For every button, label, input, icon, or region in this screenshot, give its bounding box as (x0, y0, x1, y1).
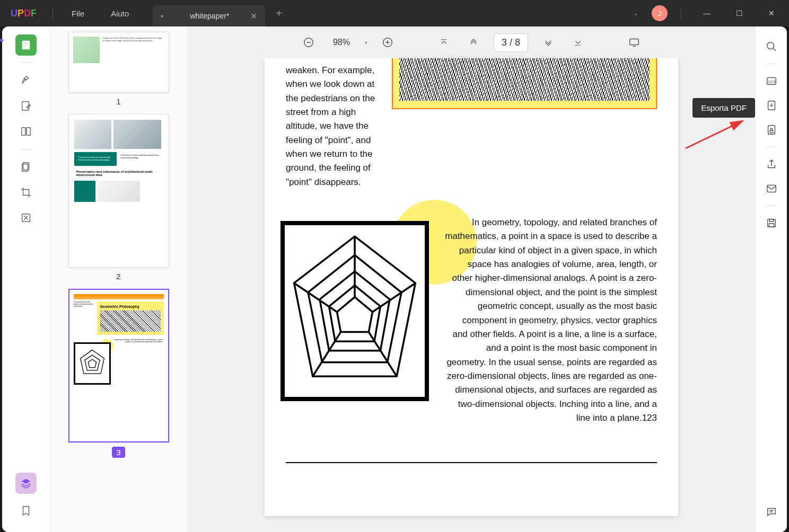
left-toolbar (2, 26, 50, 532)
right-toolbar: OCR (755, 26, 787, 532)
thumbnail-page: The specific point of the image can be e… (68, 289, 169, 442)
document-tab[interactable]: ▾ whitepaper* ✕ (153, 5, 265, 26)
export-pdf-button[interactable] (762, 96, 781, 115)
tab-dropdown-icon[interactable]: ▾ (161, 13, 163, 19)
thumbnail-1[interactable]: images are fused. The third area is supp… (50, 32, 187, 106)
svg-rect-1 (23, 42, 28, 43)
next-page-button[interactable] (539, 33, 558, 52)
bookmark-icon (20, 505, 32, 517)
titlebar-dropdown-icon[interactable]: ⌄ (628, 7, 644, 20)
search-button[interactable] (762, 37, 781, 56)
last-page-button[interactable] (568, 33, 588, 52)
separator (21, 63, 31, 63)
svg-rect-33 (769, 219, 773, 222)
thumbnail-page: images are fused. The third area is supp… (68, 32, 169, 93)
highlight-tool-button[interactable] (15, 70, 37, 91)
svg-point-24 (767, 42, 774, 49)
svg-rect-3 (23, 46, 27, 47)
divider (52, 8, 53, 19)
crop-icon (20, 187, 32, 198)
view-toolbar: 98% ▾ 3 / 8 (188, 26, 755, 58)
chevron-bottom-icon (573, 38, 583, 47)
export-pdf-tooltip: Esporta PDF (692, 98, 755, 118)
thumbnail-label: 1 (116, 97, 120, 106)
svg-rect-30 (770, 130, 773, 133)
plus-circle-icon (382, 37, 393, 48)
close-button[interactable]: ✕ (759, 5, 784, 21)
thumbnail-3[interactable]: The specific point of the image can be e… (50, 289, 187, 458)
search-icon (766, 41, 777, 52)
svg-rect-34 (769, 224, 774, 227)
document-page: weaken. For example, when we look down a… (265, 58, 678, 516)
thumbnail-2[interactable]: The practical results show that through … (50, 114, 187, 281)
geometric-image (280, 221, 429, 401)
page-divider (286, 462, 657, 463)
organize-pages-button[interactable] (15, 156, 37, 178)
share-icon (766, 158, 777, 170)
main-area: images are fused. The third area is supp… (2, 26, 787, 532)
redact-tool-button[interactable] (15, 207, 37, 228)
share-button[interactable] (762, 155, 781, 174)
separator (766, 206, 777, 206)
menu-help[interactable]: Aiuto (98, 9, 142, 18)
chevron-down-icon (543, 38, 553, 47)
ocr-button[interactable]: OCR (762, 72, 781, 91)
right-paragraph: In geometry, topology, and related branc… (445, 210, 657, 425)
zoom-dropdown-icon[interactable]: ▾ (365, 40, 367, 46)
zoom-in-button[interactable] (378, 33, 397, 52)
compare-tool-button[interactable] (15, 121, 37, 142)
pages-icon (20, 161, 32, 173)
save-icon (766, 217, 777, 229)
svg-line-25 (773, 48, 776, 51)
comments-button[interactable] (762, 502, 781, 521)
menu-file[interactable]: File (58, 9, 98, 18)
hero-image (399, 58, 650, 101)
comment-icon (766, 506, 777, 518)
app-logo: UPDF (0, 8, 47, 19)
first-page-button[interactable] (434, 33, 453, 52)
maximize-button[interactable]: ☐ (727, 5, 751, 21)
svg-text:OCR: OCR (768, 79, 776, 84)
minimize-button[interactable]: — (695, 5, 719, 21)
screen-icon (628, 37, 640, 48)
separator (766, 64, 777, 64)
svg-rect-31 (767, 185, 776, 192)
lock-page-icon (766, 124, 777, 136)
zoom-out-button[interactable] (299, 33, 318, 52)
layers-button[interactable] (15, 473, 37, 494)
separator (21, 149, 31, 149)
hero-image-wrap (392, 58, 657, 109)
minus-circle-icon (303, 37, 314, 48)
thumbnail-label: 2 (116, 272, 120, 281)
export-pdf-icon (766, 100, 777, 111)
tab-add-button[interactable]: + (265, 7, 293, 20)
separator (766, 147, 777, 147)
zoom-value: 98% (329, 38, 354, 47)
layers-icon (20, 477, 32, 489)
ocr-icon: OCR (766, 75, 777, 87)
svg-rect-17 (630, 39, 639, 45)
edit-tool-button[interactable] (15, 95, 37, 117)
page-input[interactable]: 3 / 8 (494, 33, 528, 52)
thumbnail-page: The practical results show that through … (68, 114, 169, 268)
tab-close-icon[interactable]: ✕ (250, 11, 257, 21)
thumbnails-icon (20, 39, 32, 51)
prev-page-button[interactable] (464, 33, 483, 52)
presentation-button[interactable] (625, 33, 644, 52)
user-avatar[interactable]: J (652, 5, 668, 21)
mail-icon (766, 183, 777, 194)
email-button[interactable] (762, 179, 781, 198)
bookmark-button[interactable] (15, 500, 37, 521)
redact-icon (20, 212, 32, 224)
crop-tool-button[interactable] (15, 182, 37, 203)
edit-page-icon (20, 100, 32, 112)
marker-icon (20, 75, 32, 86)
left-paragraph: weaken. For example, when we look down a… (286, 64, 376, 189)
divider (681, 8, 681, 19)
svg-rect-6 (26, 128, 30, 136)
thumbnails-panel[interactable]: images are fused. The third area is supp… (50, 26, 188, 532)
page-view[interactable]: weaken. For example, when we look down a… (188, 58, 755, 532)
thumbnails-panel-button[interactable] (15, 34, 37, 56)
protect-button[interactable] (762, 120, 781, 139)
save-button[interactable] (762, 214, 781, 233)
